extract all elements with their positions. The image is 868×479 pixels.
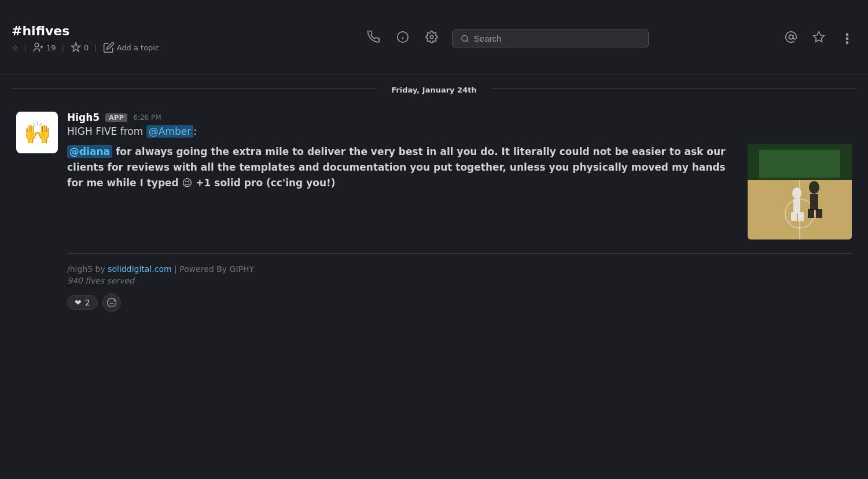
svg-point-14 xyxy=(792,187,801,199)
reaction-heart[interactable]: ❤️ 2 xyxy=(67,295,98,310)
header-actions xyxy=(243,28,771,49)
message-first-line: HIGH FIVE from @Amber: xyxy=(67,126,852,137)
members-count: 19 xyxy=(32,42,56,53)
message-footer: /high5 by soliddigital.com | Powered By … xyxy=(67,253,852,312)
avatar: 🙌 xyxy=(16,112,58,153)
pinned-count: 0 xyxy=(70,42,89,53)
svg-point-5 xyxy=(462,35,468,41)
message-image xyxy=(748,144,852,240)
svg-line-6 xyxy=(466,40,468,42)
svg-rect-19 xyxy=(810,194,818,210)
svg-marker-8 xyxy=(814,32,824,42)
heart-emoji: ❤️ xyxy=(75,298,82,307)
reactions-bar: ❤️ 2 xyxy=(67,293,852,312)
message-text: @diana for always going the extra mile t… xyxy=(67,144,736,191)
message-time: 6:26 PM xyxy=(133,113,161,121)
svg-rect-15 xyxy=(793,199,800,213)
svg-rect-23 xyxy=(759,150,840,178)
channel-name: #hifives xyxy=(12,24,243,38)
settings-icon[interactable] xyxy=(423,28,440,49)
svg-point-7 xyxy=(789,35,793,39)
messages-area: 🙌 High5 APP 6:26 PM HIGH FIVE from @Ambe… xyxy=(0,100,868,323)
star-icon[interactable] xyxy=(810,28,827,49)
message-header: High5 APP 6:26 PM xyxy=(67,112,852,123)
basketball-court-image xyxy=(748,144,852,240)
svg-rect-21 xyxy=(816,209,822,218)
add-emoji-icon xyxy=(106,297,117,308)
svg-rect-17 xyxy=(798,212,804,221)
svg-rect-16 xyxy=(791,212,797,221)
message-content: @diana for always going the extra mile t… xyxy=(67,144,852,240)
svg-point-0 xyxy=(35,43,39,47)
sender-name: High5 xyxy=(67,112,100,123)
message-body: High5 APP 6:26 PM HIGH FIVE from @Amber:… xyxy=(67,112,852,312)
reaction-count: 2 xyxy=(85,298,90,307)
mention-to[interactable]: @diana xyxy=(67,145,112,158)
svg-point-4 xyxy=(430,35,433,39)
app-badge: APP xyxy=(105,113,127,122)
star-icon-meta[interactable]: ☆ xyxy=(12,43,19,52)
search-icon xyxy=(461,34,469,43)
pencil-icon xyxy=(103,42,115,53)
fives-count: 940 fives served xyxy=(67,276,852,285)
more-icon[interactable]: ⋮ xyxy=(838,28,856,49)
soliddigital-link[interactable]: soliddigital.com xyxy=(108,264,171,274)
channel-info: #hifives ☆ | 19 | 0 | Add a topic xyxy=(12,24,243,53)
mention-from[interactable]: @Amber xyxy=(146,125,193,138)
header-right-icons: ⋮ xyxy=(771,28,856,49)
search-box[interactable] xyxy=(452,30,649,47)
date-divider: Friday, January 24th xyxy=(0,75,868,100)
search-input[interactable] xyxy=(474,34,640,43)
people-icon xyxy=(32,42,44,53)
message-item: 🙌 High5 APP 6:26 PM HIGH FIVE from @Ambe… xyxy=(16,112,852,312)
at-icon[interactable] xyxy=(782,28,800,49)
add-reaction-button[interactable] xyxy=(102,293,121,312)
svg-point-18 xyxy=(809,181,819,194)
svg-rect-20 xyxy=(808,209,814,218)
giphy-credit: /high5 by soliddigital.com | Powered By … xyxy=(67,264,852,274)
info-icon[interactable] xyxy=(394,28,411,49)
channel-meta-bar: ☆ | 19 | 0 | Add a topic xyxy=(12,42,243,53)
channel-header: #hifives ☆ | 19 | 0 | Add a topic xyxy=(0,0,868,75)
pin-icon xyxy=(70,42,82,53)
phone-icon[interactable] xyxy=(365,28,382,49)
add-topic-button[interactable]: Add a topic xyxy=(103,42,159,53)
